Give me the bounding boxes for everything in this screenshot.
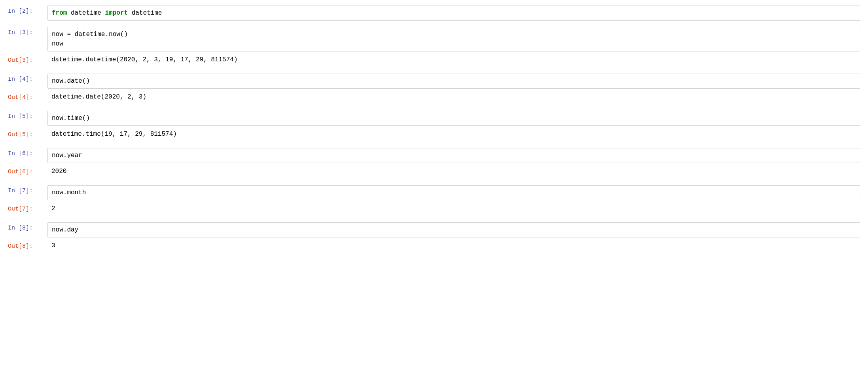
cell-5-output-row: Out[5]: datetime.time(19, 17, 29, 811574… xyxy=(0,127,868,143)
cell-6-line-1: now.year xyxy=(52,151,856,160)
cell-3-line-2: now xyxy=(52,39,856,49)
cell-7-in-label: In [7]: xyxy=(8,185,47,194)
spacer-2-3 xyxy=(0,22,868,25)
cell-4-output: datetime.date(2020, 2, 3) xyxy=(47,92,860,102)
cell-7-output-row: Out[7]: 2 xyxy=(0,202,868,218)
spacer-4-5 xyxy=(0,106,868,109)
cell-7-out-label: Out[7]: xyxy=(8,203,47,212)
cell-8-out-label: Out[8]: xyxy=(8,241,47,250)
spacer-7-8 xyxy=(0,218,868,221)
cell-4-out-label: Out[4]: xyxy=(8,92,47,101)
cell-5-input-row: In [5]: now.time() xyxy=(0,109,868,127)
keyword-from: from xyxy=(52,9,67,17)
cell-7-input[interactable]: now.month xyxy=(47,185,860,200)
cell-5-out-label: Out[5]: xyxy=(8,129,47,138)
cell-3-in-label: In [3]: xyxy=(8,27,47,36)
cell-8-input-row: In [8]: now.day xyxy=(0,221,868,239)
cell-8-line-1: now.day xyxy=(52,225,856,235)
cell-6-output: 2020 xyxy=(47,166,860,176)
cell-6-out-label: Out[6]: xyxy=(8,166,47,175)
cell-5-input[interactable]: now.time() xyxy=(47,111,860,126)
cell-6-in-label: In [6]: xyxy=(8,148,47,157)
cell-4-input[interactable]: now.date() xyxy=(47,74,860,89)
cell-3-out-label: Out[3]: xyxy=(8,55,47,64)
cell-7-output: 2 xyxy=(47,203,860,214)
spacer-5-6 xyxy=(0,143,868,146)
cell-3-line-1: now = datetime.now() xyxy=(52,30,856,39)
spacer-6-7 xyxy=(0,180,868,184)
cell-4-in-label: In [4]: xyxy=(8,74,47,83)
cell-3-output: datetime.datetime(2020, 2, 3, 19, 17, 29… xyxy=(47,55,860,65)
cell-5-line-1: now.time() xyxy=(52,114,856,123)
cell-8-in-label: In [8]: xyxy=(8,222,47,231)
cell-4-line-1: now.date() xyxy=(52,76,856,86)
cell-4-output-row: Out[4]: datetime.date(2020, 2, 3) xyxy=(0,90,868,106)
cell-8-output: 3 xyxy=(47,241,860,251)
notebook: In [2]: from datetime import datetime In… xyxy=(0,4,868,255)
cell-6-input-row: In [6]: now.year xyxy=(0,146,868,165)
cell-8-input[interactable]: now.day xyxy=(47,222,860,237)
cell-5-in-label: In [5]: xyxy=(8,111,47,120)
cell-3-output-row: Out[3]: datetime.datetime(2020, 2, 3, 19… xyxy=(0,53,868,69)
keyword-import: import xyxy=(105,9,128,17)
cell-7-input-row: In [7]: now.month xyxy=(0,184,868,202)
spacer-3-4 xyxy=(0,69,868,72)
cell-2-input-row: In [2]: from datetime import datetime xyxy=(0,4,868,22)
cell-3-input[interactable]: now = datetime.now() now xyxy=(47,27,860,51)
cell-2-in-label: In [2]: xyxy=(8,6,47,15)
cell-6-output-row: Out[6]: 2020 xyxy=(0,165,868,180)
cell-6-input[interactable]: now.year xyxy=(47,148,860,163)
cell-2-code-line: from datetime import datetime xyxy=(52,8,856,18)
cell-3-input-row: In [3]: now = datetime.now() now xyxy=(0,25,868,53)
cell-4-input-row: In [4]: now.date() xyxy=(0,72,868,90)
cell-2-input[interactable]: from datetime import datetime xyxy=(47,6,860,21)
cell-7-line-1: now.month xyxy=(52,188,856,197)
cell-5-output: datetime.time(19, 17, 29, 811574) xyxy=(47,129,860,139)
cell-8-output-row: Out[8]: 3 xyxy=(0,239,868,255)
